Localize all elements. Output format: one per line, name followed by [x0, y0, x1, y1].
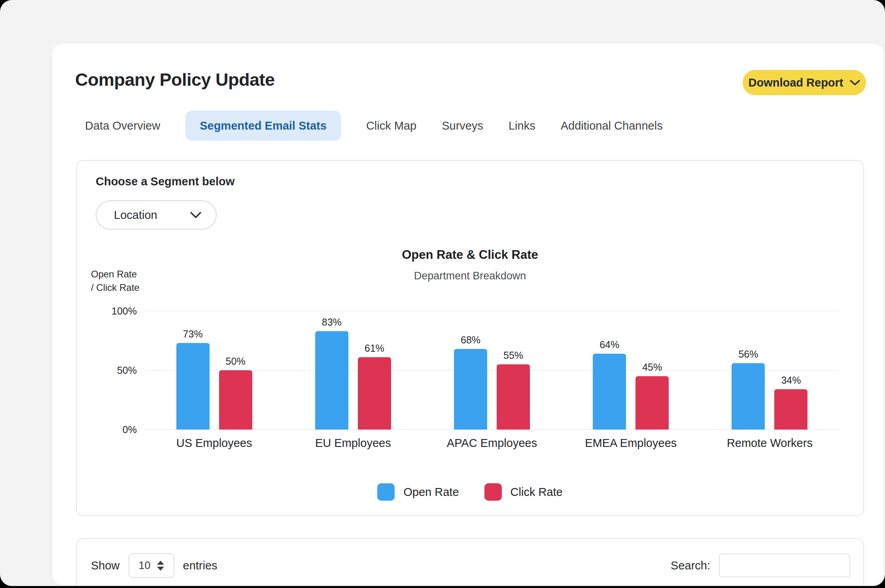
tab-links[interactable]: Links	[509, 119, 535, 132]
bar-apac-employees-open-rate: 68%	[454, 349, 487, 430]
bar-value-label: 55%	[503, 350, 523, 361]
bar-emea-employees-open-rate: 64%	[593, 354, 626, 430]
report-panel: Company Policy Update Download Report Da…	[52, 43, 884, 585]
tabs: Data OverviewSegmented Email StatsClick …	[85, 111, 663, 141]
segment-heading: Choose a Segment below	[96, 175, 234, 188]
page-title: Company Policy Update	[75, 70, 275, 90]
bar-rect	[176, 343, 210, 430]
bar-rect	[315, 331, 348, 430]
bar-value-label: 61%	[365, 343, 384, 354]
legend-label: Open Rate	[403, 486, 459, 499]
chevron-down-icon	[849, 79, 860, 86]
category-labels: US EmployeesEU EmployeesAPAC EmployeesEM…	[145, 437, 839, 450]
legend-label: Click Rate	[511, 486, 563, 499]
bar-rect	[497, 364, 530, 430]
bar-plot: 73%50%83%61%68%55%64%45%56%34%	[145, 311, 839, 430]
tab-segmented-email-stats[interactable]: Segmented Email Stats	[185, 111, 341, 141]
tab-data-overview[interactable]: Data Overview	[85, 119, 160, 132]
bar-us-employees-open-rate: 73%	[176, 343, 210, 430]
legend-swatch-icon	[484, 483, 502, 501]
spinner-icon	[157, 561, 164, 571]
bar-value-label: 56%	[738, 349, 758, 360]
bar-rect	[219, 370, 252, 430]
bar-group-emea-employees: 64%45%	[562, 311, 700, 430]
y-axis-label: Open Rate / Click Rate	[91, 268, 140, 294]
show-label: Show	[91, 559, 120, 572]
bar-value-label: 83%	[322, 317, 342, 328]
legend-swatch-icon	[377, 483, 395, 501]
download-report-button[interactable]: Download Report	[743, 70, 866, 95]
segmented-stats-card: Choose a Segment below Location Open Rat…	[76, 160, 864, 516]
bar-apac-employees-click-rate: 55%	[497, 364, 530, 430]
app-background: Company Policy Update Download Report Da…	[0, 0, 885, 586]
chart-title: Open Rate & Click Rate	[77, 248, 863, 262]
bar-remote-workers-open-rate: 56%	[732, 363, 765, 430]
bar-value-label: 50%	[226, 356, 246, 367]
bar-rect	[593, 354, 626, 430]
bar-group-eu-employees: 83%61%	[284, 311, 422, 430]
segment-dropdown[interactable]: Location	[96, 200, 217, 230]
y-tick-50: 50%	[77, 363, 137, 377]
entries-select[interactable]: 10	[129, 553, 174, 578]
bar-rect	[358, 357, 391, 430]
bar-us-employees-click-rate: 50%	[219, 370, 252, 430]
search-label: Search:	[671, 559, 710, 572]
category-label-eu-employees: EU Employees	[284, 437, 422, 450]
bar-rect	[732, 363, 765, 430]
entries-select-value: 10	[139, 560, 151, 572]
category-label-emea-employees: EMEA Employees	[562, 437, 700, 450]
data-table-card: Show 10 entries Search:	[76, 538, 864, 585]
chart-legend: Open RateClick Rate	[77, 483, 863, 501]
entries-label: entries	[183, 559, 217, 572]
tab-surveys[interactable]: Surveys	[442, 119, 483, 132]
chevron-down-icon	[190, 211, 202, 219]
bar-value-label: 68%	[461, 334, 480, 346]
legend-item-click-rate[interactable]: Click Rate	[484, 483, 563, 501]
category-label-remote-workers: Remote Workers	[700, 437, 839, 450]
bar-value-label: 34%	[781, 375, 801, 386]
tab-click-map[interactable]: Click Map	[366, 119, 416, 132]
category-label-apac-employees: APAC Employees	[422, 437, 561, 450]
chart-subtitle: Department Breakdown	[77, 270, 863, 282]
search-input[interactable]	[719, 554, 850, 577]
bar-value-label: 64%	[599, 339, 619, 351]
bar-group-remote-workers: 56%34%	[700, 311, 839, 430]
table-controls: Show 10 entries Search:	[77, 553, 863, 578]
bar-rect	[635, 376, 669, 430]
download-report-label: Download Report	[748, 76, 843, 89]
legend-item-open-rate[interactable]: Open Rate	[377, 483, 459, 501]
bar-value-label: 73%	[183, 328, 203, 340]
bar-rect	[454, 349, 487, 430]
y-tick-100: 100%	[77, 304, 137, 318]
bar-group-apac-employees: 68%55%	[422, 311, 561, 430]
bar-remote-workers-click-rate: 34%	[774, 389, 807, 430]
bar-emea-employees-click-rate: 45%	[635, 376, 669, 430]
bar-rect	[774, 389, 807, 430]
segment-dropdown-value: Location	[114, 209, 157, 222]
bar-value-label: 45%	[642, 362, 662, 373]
bar-eu-employees-open-rate: 83%	[315, 331, 348, 430]
y-tick-0: 0%	[77, 422, 137, 437]
bar-group-us-employees: 73%50%	[145, 311, 284, 430]
category-label-us-employees: US Employees	[145, 437, 284, 450]
bar-eu-employees-click-rate: 61%	[358, 357, 391, 430]
tab-additional-channels[interactable]: Additional Channels	[561, 119, 663, 132]
